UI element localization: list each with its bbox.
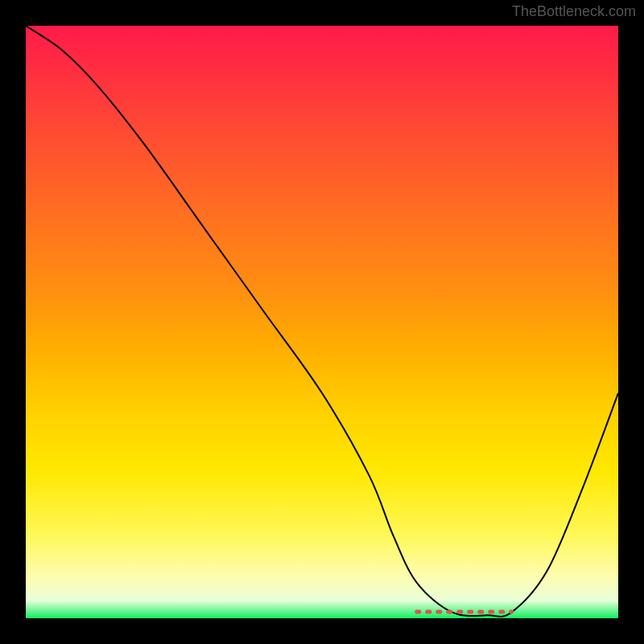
attribution-label: TheBottleneck.com	[512, 3, 636, 20]
bottleneck-curve-line	[26, 26, 618, 617]
chart-area	[26, 26, 618, 618]
bottleneck-chart	[26, 26, 618, 618]
